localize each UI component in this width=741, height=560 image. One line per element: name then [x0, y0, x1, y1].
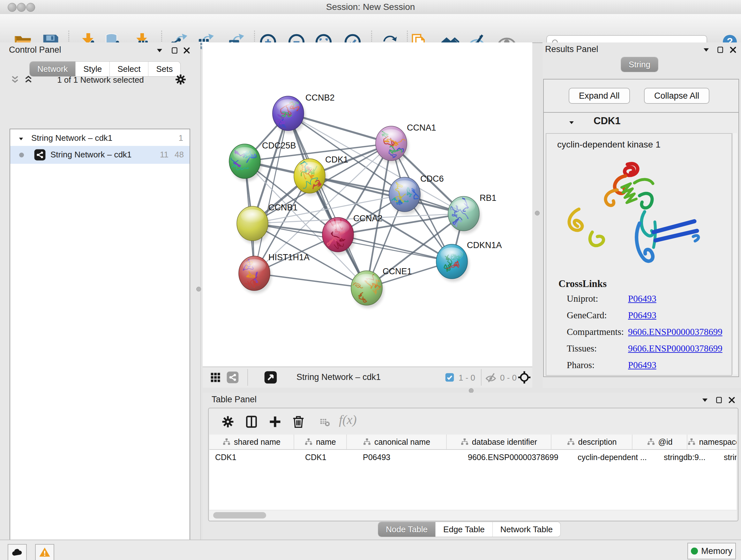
column-type-icon — [305, 438, 313, 446]
entry-expand-icon[interactable] — [568, 119, 575, 126]
tab-network[interactable]: Network — [30, 62, 76, 76]
graph-node-CCNA2[interactable] — [322, 215, 355, 255]
tab-network-table[interactable]: Network Table — [493, 522, 560, 537]
network-canvas[interactable]: CCNB2CCNA1CDC25BCDK1CDC6RB1CCNB1CCNA2CDK… — [203, 43, 532, 367]
network-view-toolbar: String Network – cdk1 1 - 0 0 - 0 — [203, 367, 532, 388]
expand-all-networks-icon[interactable] — [23, 74, 34, 85]
float-panel-icon[interactable] — [716, 46, 724, 54]
table-panel: Table Panel f(x) shared name name canoni… — [203, 393, 741, 540]
status-bar: Memory — [0, 540, 741, 560]
crosslink-label: GeneCard: — [567, 310, 607, 320]
expand-all-button[interactable]: Expand All — [569, 88, 630, 104]
grid-mode-icon[interactable] — [210, 372, 221, 383]
delete-column-icon[interactable] — [291, 414, 306, 429]
network-current-dot-icon — [19, 152, 24, 158]
network-view-title: String Network – cdk1 — [296, 372, 381, 382]
delete-table-icon — [319, 417, 331, 428]
collapse-all-networks-icon[interactable] — [10, 74, 20, 85]
compartments-link[interactable]: 9606.ENSP00000378699 — [628, 327, 723, 337]
warning-icon — [39, 546, 51, 558]
graph-node-label: CCNE1 — [383, 266, 412, 276]
graph-node-CCNB2[interactable] — [273, 96, 306, 133]
tab-string[interactable]: String — [621, 57, 658, 72]
horizontal-scrollbar[interactable] — [209, 510, 737, 520]
tab-node-table[interactable]: Node Table — [378, 522, 435, 537]
network-tree: String Network – cdk1 1 String Network –… — [10, 129, 190, 560]
table-options-gear-icon[interactable] — [221, 415, 235, 429]
bottom-splitter-handle[interactable] — [469, 388, 474, 393]
tissues-link[interactable]: 9606.ENSP00000378699 — [628, 343, 723, 354]
edge-count: 48 — [175, 150, 184, 160]
network-view-icon[interactable] — [226, 371, 239, 384]
graph-node-CCNA1[interactable] — [376, 126, 409, 164]
results-scrollbar[interactable] — [732, 133, 737, 374]
hidden-items-icon[interactable] — [485, 372, 497, 384]
network-row-selected[interactable]: String Network – cdk1 11 48 — [10, 146, 190, 164]
crosslink-label: Pharos: — [567, 360, 595, 370]
control-panel-tabs: Network Style Select Sets — [30, 62, 180, 76]
tab-style[interactable]: Style — [76, 62, 110, 76]
float-panel-icon[interactable] — [715, 396, 723, 404]
pharos-link[interactable]: P06493 — [628, 360, 657, 370]
node-table[interactable]: shared name name canonical name database… — [209, 435, 737, 510]
column-type-icon — [687, 438, 696, 446]
column-type-icon — [567, 438, 575, 446]
tab-select[interactable]: Select — [110, 62, 148, 76]
close-panel-icon[interactable] — [183, 46, 191, 55]
panel-menu-icon[interactable] — [701, 396, 709, 404]
gene-description: cyclin-dependent kinase 1 — [557, 139, 661, 150]
add-column-icon[interactable] — [268, 415, 282, 429]
collapse-all-button[interactable]: Collapse All — [644, 88, 710, 104]
graph-node-CDC25B[interactable] — [229, 144, 262, 181]
control-panel: Control Panel Network Style Select Sets … — [0, 43, 201, 540]
panel-menu-icon[interactable] — [155, 46, 164, 55]
string-network-graph[interactable]: CCNB2CCNA1CDC25BCDK1CDC6RB1CCNB1CCNA2CDK… — [203, 43, 532, 367]
float-panel-icon[interactable] — [171, 46, 179, 55]
graph-node-CDC6[interactable] — [389, 177, 422, 214]
network-options-gear-icon[interactable] — [174, 73, 187, 86]
graph-node-CDKN1A[interactable] — [436, 244, 469, 282]
network-collection-row[interactable]: String Network – cdk1 1 — [10, 131, 190, 146]
column-type-icon — [222, 438, 231, 446]
node-count: 11 — [160, 150, 169, 160]
node-position-icon[interactable] — [517, 370, 531, 384]
table-header-row: shared name name canonical name database… — [209, 435, 737, 450]
collection-label: String Network – cdk1 — [31, 133, 112, 143]
graph-node-label: CCNA2 — [353, 213, 383, 223]
column-type-icon — [461, 438, 469, 446]
panel-menu-icon[interactable] — [702, 46, 711, 54]
collection-expand-icon[interactable] — [18, 136, 24, 142]
results-panel-tabs: String — [621, 57, 658, 72]
right-splitter-handle[interactable] — [535, 211, 540, 215]
main-toolbar: ? — [0, 14, 741, 43]
memory-status-icon — [691, 548, 698, 555]
genecard-link[interactable]: P06493 — [628, 310, 657, 320]
gene-name: CDK1 — [594, 115, 620, 127]
graph-node-label: CDKN1A — [467, 240, 502, 250]
column-header: namespace — [687, 435, 737, 449]
selected-count: 1 - 0 — [459, 373, 475, 383]
tab-edge-table[interactable]: Edge Table — [435, 522, 493, 537]
close-panel-icon[interactable] — [728, 396, 736, 404]
table-tabs: Node Table Edge Table Network Table — [378, 522, 560, 537]
table-row[interactable]: CDK1 CDK1 P06493 9606.ENSP00000378699 cy… — [209, 450, 737, 464]
left-splitter-handle[interactable] — [196, 287, 201, 292]
close-panel-icon[interactable] — [729, 46, 737, 54]
entry-detail-box: cyclin-dependent kinase 1 CrossLinks Uni… — [546, 133, 732, 376]
warnings-button[interactable] — [35, 544, 54, 560]
table-content-box: f(x) shared name name canonical name dat… — [208, 408, 738, 521]
birds-eye-view-icon[interactable] — [264, 371, 277, 384]
memory-label: Memory — [701, 546, 732, 556]
cloud-button[interactable] — [8, 544, 27, 560]
uniprot-link[interactable]: P06493 — [628, 294, 657, 304]
graph-node-CCNE1[interactable] — [350, 267, 384, 308]
show-columns-icon[interactable] — [245, 415, 259, 429]
memory-button[interactable]: Memory — [687, 543, 736, 559]
column-header: @id — [632, 435, 687, 449]
scrollbar-thumb[interactable] — [213, 512, 266, 518]
graph-node-CDK1[interactable] — [294, 159, 327, 196]
graph-node-label: CDC6 — [420, 174, 444, 184]
results-panel: Results Panel String Expand All Collapse… — [542, 43, 741, 388]
crosslink-label: Uniprot: — [567, 294, 598, 304]
selected-nodes-checkbox-icon[interactable] — [445, 372, 455, 382]
